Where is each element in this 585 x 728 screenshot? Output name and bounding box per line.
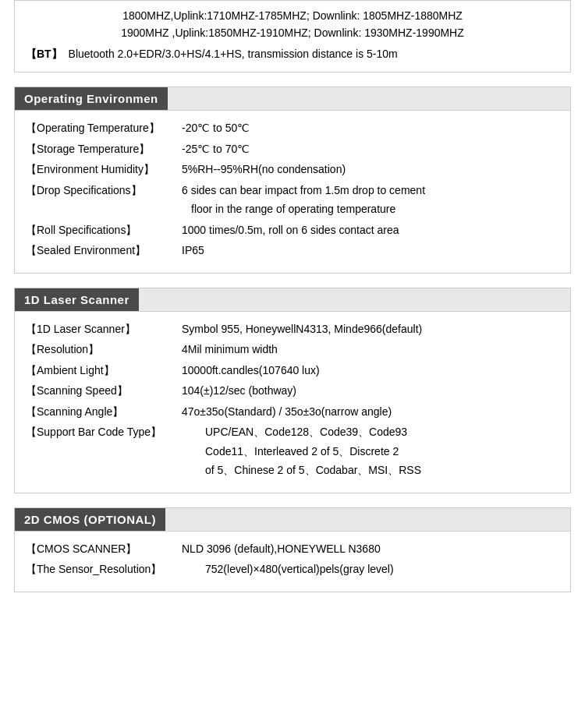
resolution-row: 【Resolution】 4Mil minimum width <box>26 340 559 359</box>
ambient-light-label: 【Ambient Light】 <box>26 361 182 380</box>
ambient-light-row: 【Ambient Light】 10000ft.candles(107640 l… <box>26 361 559 380</box>
roll-spec-label: 【Roll Specifications】 <box>26 221 182 240</box>
sensor-res-row: 【The Sensor_Resolution】 752(level)×480(v… <box>26 560 559 579</box>
drop-spec-value2: floor in the range of operating temperat… <box>191 203 395 215</box>
storage-temp-value: -25℃ to 70℃ <box>182 140 559 159</box>
page-wrapper: 1800MHZ,Uplink:1710MHZ-1785MHZ; Downlink… <box>0 0 585 622</box>
env-humidity-label: 【Environment Humidity】 <box>26 160 182 179</box>
scanning-angle-value: 47o±35o(Standard) / 35o±3o(narrow angle) <box>182 402 559 422</box>
sealed-env-label: 【Sealed Environment】 <box>26 241 182 260</box>
scanning-speed-label: 【Scanning Speed】 <box>26 381 182 401</box>
resolution-value: 4Mil minimum width <box>182 340 559 359</box>
sensor-res-value: 752(level)×480(vertical)pels(gray level) <box>205 560 559 579</box>
storage-temp-label: 【Storage Temperature】 <box>26 140 182 159</box>
bt-value: Bluetooth 2.0+EDR/3.0+HS/4.1+HS, transmi… <box>69 48 398 60</box>
cmos-scanner-label: 【CMOS SCANNER】 <box>26 539 182 559</box>
laser-scanner-section: 1D Laser Scanner 【1D Laser Scanner】 Symb… <box>14 288 571 493</box>
drop-spec-label: 【Drop Specifications】 <box>26 181 182 200</box>
barcode-type-row: 【Support Bar Code Type】 UPC/EAN、Code128、… <box>26 422 559 480</box>
cmos-title-row: 2D CMOS (OPTIONAL) <box>14 507 571 531</box>
scanning-speed-row: 【Scanning Speed】 104(±)12/sec (bothway) <box>26 381 559 401</box>
cmos-content: 【CMOS SCANNER】 NLD 3096 (default),HONEYW… <box>14 531 571 592</box>
roll-spec-row: 【Roll Specifications】 1000 times/0.5m, r… <box>26 221 559 240</box>
op-temp-value: -20℃ to 50℃ <box>182 118 559 138</box>
operating-environment-header: Operating Environmen <box>15 87 168 110</box>
barcode-type-value: UPC/EAN、Code128、Code39、Code93 Code11、Int… <box>205 422 559 480</box>
sealed-env-row: 【Sealed Environment】 IP65 <box>26 241 559 260</box>
laser-scanner-header: 1D Laser Scanner <box>15 288 139 311</box>
bt-label: 【BT】 <box>26 48 62 60</box>
operating-environment-title-row: Operating Environmen <box>14 87 571 110</box>
laser-scanner-label: 【1D Laser Scanner】 <box>26 320 182 339</box>
resolution-label: 【Resolution】 <box>26 340 182 359</box>
cmos-section: 2D CMOS (OPTIONAL) 【CMOS SCANNER】 NLD 30… <box>14 507 571 592</box>
cmos-scanner-value: NLD 3096 (default),HONEYWELL N3680 <box>182 539 559 559</box>
laser-scanner-value: Symbol 955, HoneywellN4313, Minde966(def… <box>182 320 559 339</box>
scanning-angle-row: 【Scanning Angle】 47o±35o(Standard) / 35o… <box>26 402 559 422</box>
top-text-block: 1800MHZ,Uplink:1710MHZ-1785MHZ; Downlink… <box>14 0 571 72</box>
op-temp-row: 【Operating Temperature】 -20℃ to 50℃ <box>26 118 559 138</box>
scanning-angle-label: 【Scanning Angle】 <box>26 402 182 422</box>
top-line1: 1800MHZ,Uplink:1710MHZ-1785MHZ; Downlink… <box>26 7 559 24</box>
env-humidity-row: 【Environment Humidity】 5%RH--95%RH(no co… <box>26 160 559 179</box>
op-temp-label: 【Operating Temperature】 <box>26 118 182 138</box>
cmos-scanner-row: 【CMOS SCANNER】 NLD 3096 (default),HONEYW… <box>26 539 559 559</box>
sensor-res-label: 【The Sensor_Resolution】 <box>26 560 205 579</box>
barcode-type-label: 【Support Bar Code Type】 <box>26 422 205 442</box>
laser-scanner-title-row: 1D Laser Scanner <box>14 288 571 311</box>
operating-environment-section: Operating Environmen 【Operating Temperat… <box>14 87 571 274</box>
top-line2: 1900MHZ ,Uplink:1850MHZ-1910MHZ; Downlin… <box>26 24 559 41</box>
sealed-env-value: IP65 <box>182 241 559 260</box>
roll-spec-value: 1000 times/0.5m, roll on 6 sides contact… <box>182 221 559 240</box>
laser-scanner-content: 【1D Laser Scanner】 Symbol 955, Honeywell… <box>14 311 571 493</box>
laser-scanner-row: 【1D Laser Scanner】 Symbol 955, Honeywell… <box>26 320 559 339</box>
drop-spec-value: 6 sides can bear impact from 1.5m drop t… <box>182 181 559 219</box>
cmos-header: 2D CMOS (OPTIONAL) <box>15 508 165 531</box>
bt-row: 【BT】 Bluetooth 2.0+EDR/3.0+HS/4.1+HS, tr… <box>26 45 559 62</box>
storage-temp-row: 【Storage Temperature】 -25℃ to 70℃ <box>26 140 559 159</box>
scanning-speed-value: 104(±)12/sec (bothway) <box>182 381 559 401</box>
env-humidity-value: 5%RH--95%RH(no condensation) <box>182 160 559 179</box>
operating-environment-content: 【Operating Temperature】 -20℃ to 50℃ 【Sto… <box>14 110 571 274</box>
drop-spec-row: 【Drop Specifications】 6 sides can bear i… <box>26 181 559 219</box>
ambient-light-value: 10000ft.candles(107640 lux) <box>182 361 559 380</box>
